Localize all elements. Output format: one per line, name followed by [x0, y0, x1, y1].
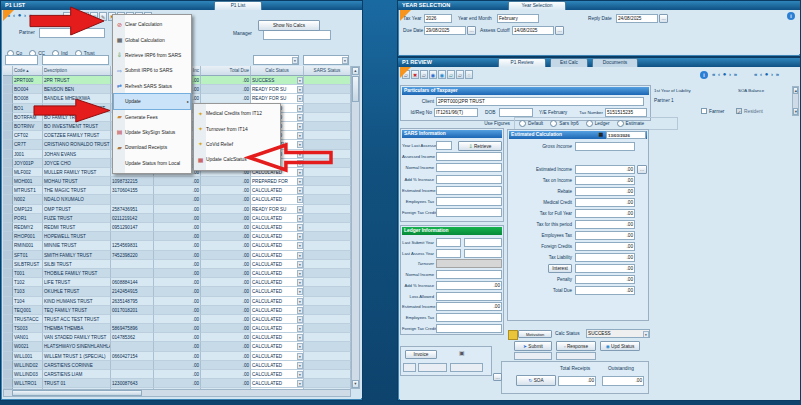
- calc-status-cell[interactable]: CALCULATED▾: [251, 379, 304, 388]
- last-submit-year-input-2[interactable]: [464, 238, 502, 247]
- tax-for-full-year-value[interactable]: .00: [575, 209, 635, 218]
- list-hscrollbar[interactable]: [3, 389, 351, 397]
- note-icon[interactable]: [508, 330, 518, 340]
- tab-est-calc[interactable]: Est Calc: [550, 58, 588, 67]
- info-icon[interactable]: i: [787, 12, 795, 20]
- loss-allowed-input[interactable]: [436, 292, 502, 301]
- menu-item-refresh-sars-status[interactable]: ⇄Refresh SARS Status: [114, 79, 190, 94]
- list-row-ts003[interactable]: TS003THEMBA THEMBA5869475896.00.00CALCUL…: [3, 324, 351, 333]
- tax-for-this-period-value[interactable]: .00: [575, 220, 635, 229]
- response-button[interactable]: ▫ Response: [556, 341, 596, 351]
- chevron-down-icon[interactable]: ▾: [297, 132, 303, 139]
- calc-status-combo[interactable]: SUCCESS ▾: [586, 329, 650, 338]
- vscroll-thumb[interactable]: [352, 76, 359, 102]
- delete-icon[interactable]: ▬: [72, 12, 80, 21]
- chevron-down-icon[interactable]: ▾: [297, 86, 303, 93]
- assess-cutoff-picker-button[interactable]: …: [555, 26, 564, 35]
- list-row-teq001[interactable]: TEQ001TEQ FAMILY TRUST0017018201.00.00CA…: [3, 306, 351, 315]
- show-no-calcs-button[interactable]: Show No Calcs: [258, 20, 320, 31]
- employees-tax-input[interactable]: [436, 313, 502, 322]
- reply-date-picker-button[interactable]: …: [659, 14, 668, 23]
- chevron-down-icon[interactable]: ▾: [297, 353, 303, 360]
- chevron-down-icon[interactable]: ▾: [297, 279, 303, 286]
- list-row-mtrust1[interactable]: MTRUST1THE MAGIC TRUST3170604155.00.00CA…: [3, 186, 351, 195]
- menu-item-submit-irp6-to-sars[interactable]: ⇨Submit IRP6 to SARS: [114, 63, 190, 78]
- sars-status-filter-combo[interactable]: ▾: [303, 55, 349, 65]
- review-vscrollbar[interactable]: ▲ ▼: [792, 86, 799, 116]
- retrieve-button[interactable]: ⇩ Retrieve: [458, 141, 502, 151]
- scroll-up-icon[interactable]: ▲: [352, 67, 359, 75]
- motivation-button[interactable]: Motivation: [518, 330, 552, 338]
- list-row-trustacc[interactable]: TRUSTACCTRUST ACC TEST TRUST.00.00CALCUL…: [3, 315, 351, 324]
- calc-status-cell[interactable]: PREPARED FOR▾: [251, 177, 304, 186]
- description-filter-input[interactable]: [42, 55, 109, 65]
- assessed-income-input[interactable]: [436, 152, 502, 161]
- col-header-total-due[interactable]: Total Due: [201, 66, 251, 76]
- calc-status-cell[interactable]: READY FOR SU▾: [251, 205, 304, 214]
- calc-status-filter-combo[interactable]: ▾: [253, 55, 299, 65]
- menu-item-global-calculation[interactable]: ▦Global Calculation: [114, 32, 190, 47]
- record2-icon[interactable]: ◉: [438, 70, 446, 79]
- col-header-sars-status[interactable]: SARS Status: [304, 66, 351, 76]
- tab-p1-list[interactable]: P1 List: [214, 1, 262, 10]
- calc-status-cell[interactable]: CALCULATED▾: [251, 342, 304, 351]
- chevron-down-icon[interactable]: ▾: [297, 105, 303, 112]
- employees-tax-input[interactable]: [436, 197, 502, 206]
- list-vscrollbar[interactable]: ▲ ▼: [351, 66, 360, 389]
- calc-status-cell[interactable]: CALCULATED▾: [251, 370, 304, 379]
- menu-item-covid-relief[interactable]: ✦CoVid Relief: [195, 137, 279, 152]
- chevron-down-icon[interactable]: ▾: [297, 242, 303, 249]
- calc-status-cell[interactable]: CALCULATED▾: [251, 223, 304, 232]
- invoice-button[interactable]: Invoice: [405, 350, 437, 359]
- calc-status-cell[interactable]: CALCULATED▾: [251, 306, 304, 315]
- use-figures-sars-irp6[interactable]: Sars Irp6: [550, 120, 578, 127]
- chevron-down-icon[interactable]: ▾: [297, 123, 303, 130]
- menu-item-update-skysign-status[interactable]: ▤Update SkySign Status: [114, 125, 190, 140]
- chevron-down-icon[interactable]: ▾: [297, 196, 303, 203]
- employees-tax-value[interactable]: .00: [575, 231, 635, 240]
- chevron-down-icon[interactable]: ▾: [297, 261, 303, 268]
- chevron-down-icon[interactable]: ▾: [297, 114, 303, 121]
- list-row-t103[interactable]: T103OKUHLE TRUST2142454915.00.00CALCULAT…: [3, 287, 351, 296]
- calc-status-cell[interactable]: CALCULATED▾: [251, 278, 304, 287]
- resident-checkbox[interactable]: ✓: [736, 108, 742, 114]
- client-input[interactable]: 2PRT000|2PR TRUST: [436, 97, 644, 106]
- list-row-omp123[interactable]: OMP123OMP TRUST2587436951.00.00READY FOR…: [3, 205, 351, 214]
- submit-button[interactable]: ➤ Submit: [514, 341, 552, 351]
- calc-status-cell[interactable]: SUCCESS▾: [251, 76, 304, 85]
- upd-status-button[interactable]: ◉ Upd Status: [600, 341, 640, 351]
- assess-cutoff-input[interactable]: 14/08/2025: [512, 26, 554, 35]
- menu-item-retrieve-irp6-from-sars[interactable]: ⇩Retrieve IRP6 from SARS: [114, 48, 190, 63]
- chevron-down-icon[interactable]: ▾: [297, 371, 303, 378]
- menu-item-clear-calculation[interactable]: ⊘Clear Calculation: [114, 17, 190, 32]
- foreign-credits-value[interactable]: .00: [575, 242, 635, 251]
- chevron-down-icon[interactable]: ▾: [643, 331, 649, 338]
- list-row-t102[interactable]: T102LIFE TRUST0608884144.00.00CALCULATED…: [3, 278, 351, 287]
- chevron-down-icon[interactable]: ▾: [297, 206, 303, 213]
- calc-status-cell[interactable]: CALCULATED▾: [251, 269, 304, 278]
- reply-date-input[interactable]: 24/08/2025: [616, 14, 658, 23]
- copy-icon[interactable]: ▱: [447, 70, 455, 79]
- chevron-down-icon[interactable]: ▾: [297, 178, 303, 185]
- chevron-down-icon[interactable]: ▾: [297, 288, 303, 295]
- list-row-sft01[interactable]: SFT01SMITH FAMILY TRUST7452398220.00.00C…: [3, 251, 351, 260]
- calc-status-cell[interactable]: CALCULATED▾: [251, 287, 304, 296]
- list-row-rhop001[interactable]: RHOP001HOPEWELL TRUST.00.00CALCULATED▾: [3, 232, 351, 241]
- hscroll-thumb[interactable]: [12, 390, 142, 396]
- last-assess-year-input-1[interactable]: [436, 249, 461, 258]
- info-icon[interactable]: i: [700, 71, 708, 79]
- estimated-income-input[interactable]: [436, 186, 502, 195]
- list-row-n002[interactable]: N002NDALO NXUMALO.00.00CALCULATED▾: [3, 195, 351, 204]
- due-date-input[interactable]: 29/08/2025: [424, 26, 466, 35]
- chevron-down-icon[interactable]: ▾: [297, 95, 303, 102]
- list-row-rmin001[interactable]: RMIN001MINNIE TRUST1254569831.00.00CALCU…: [3, 241, 351, 250]
- sort-icon[interactable]: ⇅: [81, 12, 89, 21]
- menu-item-update[interactable]: Update▸: [114, 94, 190, 109]
- year-last-assessed-input[interactable]: [436, 141, 452, 150]
- col-header-description[interactable]: Description: [43, 66, 111, 76]
- foreign-tax-credit-input[interactable]: [436, 208, 502, 217]
- list-row-silbtrust[interactable]: SILBTRUSTSILBI TRUST.00.00CALCULATED▾: [3, 260, 351, 269]
- calc-status-cell[interactable]: CALCULATED▾: [251, 251, 304, 260]
- chevron-down-icon[interactable]: ▾: [297, 252, 303, 259]
- scroll-down-icon[interactable]: ▼: [793, 108, 798, 115]
